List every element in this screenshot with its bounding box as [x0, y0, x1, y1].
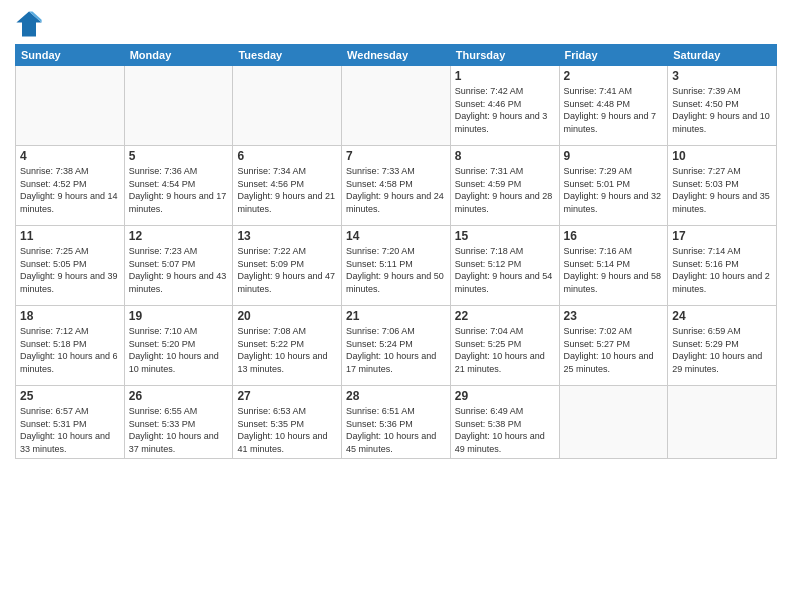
calendar-cell: 29Sunrise: 6:49 AMSunset: 5:38 PMDayligh…	[450, 386, 559, 459]
day-info: Sunrise: 7:02 AMSunset: 5:27 PMDaylight:…	[564, 325, 664, 375]
day-number: 13	[237, 229, 337, 243]
day-info: Sunrise: 7:06 AMSunset: 5:24 PMDaylight:…	[346, 325, 446, 375]
calendar-cell	[559, 386, 668, 459]
calendar-cell	[16, 66, 125, 146]
day-number: 24	[672, 309, 772, 323]
calendar-cell: 15Sunrise: 7:18 AMSunset: 5:12 PMDayligh…	[450, 226, 559, 306]
calendar-cell	[668, 386, 777, 459]
day-info: Sunrise: 7:23 AMSunset: 5:07 PMDaylight:…	[129, 245, 229, 295]
calendar-cell: 23Sunrise: 7:02 AMSunset: 5:27 PMDayligh…	[559, 306, 668, 386]
day-info: Sunrise: 7:25 AMSunset: 5:05 PMDaylight:…	[20, 245, 120, 295]
svg-marker-0	[16, 11, 41, 36]
day-info: Sunrise: 7:42 AMSunset: 4:46 PMDaylight:…	[455, 85, 555, 135]
day-number: 25	[20, 389, 120, 403]
logo-icon	[15, 10, 43, 38]
calendar-week-row: 4Sunrise: 7:38 AMSunset: 4:52 PMDaylight…	[16, 146, 777, 226]
calendar-cell: 6Sunrise: 7:34 AMSunset: 4:56 PMDaylight…	[233, 146, 342, 226]
day-number: 28	[346, 389, 446, 403]
calendar-cell: 26Sunrise: 6:55 AMSunset: 5:33 PMDayligh…	[124, 386, 233, 459]
day-info: Sunrise: 6:49 AMSunset: 5:38 PMDaylight:…	[455, 405, 555, 455]
day-info: Sunrise: 7:29 AMSunset: 5:01 PMDaylight:…	[564, 165, 664, 215]
calendar-cell: 24Sunrise: 6:59 AMSunset: 5:29 PMDayligh…	[668, 306, 777, 386]
calendar-cell: 2Sunrise: 7:41 AMSunset: 4:48 PMDaylight…	[559, 66, 668, 146]
day-info: Sunrise: 7:04 AMSunset: 5:25 PMDaylight:…	[455, 325, 555, 375]
day-info: Sunrise: 7:12 AMSunset: 5:18 PMDaylight:…	[20, 325, 120, 375]
day-number: 23	[564, 309, 664, 323]
calendar-day-header: Wednesday	[342, 45, 451, 66]
day-number: 1	[455, 69, 555, 83]
calendar-cell: 5Sunrise: 7:36 AMSunset: 4:54 PMDaylight…	[124, 146, 233, 226]
day-number: 17	[672, 229, 772, 243]
day-info: Sunrise: 6:55 AMSunset: 5:33 PMDaylight:…	[129, 405, 229, 455]
calendar-cell: 21Sunrise: 7:06 AMSunset: 5:24 PMDayligh…	[342, 306, 451, 386]
day-number: 12	[129, 229, 229, 243]
day-number: 5	[129, 149, 229, 163]
day-info: Sunrise: 7:34 AMSunset: 4:56 PMDaylight:…	[237, 165, 337, 215]
day-info: Sunrise: 7:20 AMSunset: 5:11 PMDaylight:…	[346, 245, 446, 295]
calendar-cell: 9Sunrise: 7:29 AMSunset: 5:01 PMDaylight…	[559, 146, 668, 226]
calendar-cell	[342, 66, 451, 146]
page: SundayMondayTuesdayWednesdayThursdayFrid…	[0, 0, 792, 612]
day-number: 4	[20, 149, 120, 163]
calendar-cell: 11Sunrise: 7:25 AMSunset: 5:05 PMDayligh…	[16, 226, 125, 306]
calendar-cell: 28Sunrise: 6:51 AMSunset: 5:36 PMDayligh…	[342, 386, 451, 459]
calendar-cell: 27Sunrise: 6:53 AMSunset: 5:35 PMDayligh…	[233, 386, 342, 459]
calendar-cell: 16Sunrise: 7:16 AMSunset: 5:14 PMDayligh…	[559, 226, 668, 306]
calendar-cell	[124, 66, 233, 146]
day-info: Sunrise: 7:22 AMSunset: 5:09 PMDaylight:…	[237, 245, 337, 295]
day-info: Sunrise: 7:10 AMSunset: 5:20 PMDaylight:…	[129, 325, 229, 375]
calendar-day-header: Thursday	[450, 45, 559, 66]
day-number: 15	[455, 229, 555, 243]
day-info: Sunrise: 6:57 AMSunset: 5:31 PMDaylight:…	[20, 405, 120, 455]
calendar-cell: 4Sunrise: 7:38 AMSunset: 4:52 PMDaylight…	[16, 146, 125, 226]
calendar-week-row: 1Sunrise: 7:42 AMSunset: 4:46 PMDaylight…	[16, 66, 777, 146]
logo	[15, 10, 47, 38]
calendar-table: SundayMondayTuesdayWednesdayThursdayFrid…	[15, 44, 777, 459]
calendar-cell: 14Sunrise: 7:20 AMSunset: 5:11 PMDayligh…	[342, 226, 451, 306]
day-info: Sunrise: 7:27 AMSunset: 5:03 PMDaylight:…	[672, 165, 772, 215]
calendar-cell: 19Sunrise: 7:10 AMSunset: 5:20 PMDayligh…	[124, 306, 233, 386]
calendar-cell: 7Sunrise: 7:33 AMSunset: 4:58 PMDaylight…	[342, 146, 451, 226]
calendar-week-row: 18Sunrise: 7:12 AMSunset: 5:18 PMDayligh…	[16, 306, 777, 386]
day-info: Sunrise: 6:51 AMSunset: 5:36 PMDaylight:…	[346, 405, 446, 455]
calendar-day-header: Monday	[124, 45, 233, 66]
calendar-cell: 20Sunrise: 7:08 AMSunset: 5:22 PMDayligh…	[233, 306, 342, 386]
header	[15, 10, 777, 38]
day-number: 11	[20, 229, 120, 243]
calendar-week-row: 25Sunrise: 6:57 AMSunset: 5:31 PMDayligh…	[16, 386, 777, 459]
day-number: 8	[455, 149, 555, 163]
calendar-week-row: 11Sunrise: 7:25 AMSunset: 5:05 PMDayligh…	[16, 226, 777, 306]
day-info: Sunrise: 7:31 AMSunset: 4:59 PMDaylight:…	[455, 165, 555, 215]
day-number: 6	[237, 149, 337, 163]
day-number: 3	[672, 69, 772, 83]
day-number: 26	[129, 389, 229, 403]
day-info: Sunrise: 7:38 AMSunset: 4:52 PMDaylight:…	[20, 165, 120, 215]
day-info: Sunrise: 7:18 AMSunset: 5:12 PMDaylight:…	[455, 245, 555, 295]
day-info: Sunrise: 7:39 AMSunset: 4:50 PMDaylight:…	[672, 85, 772, 135]
day-number: 19	[129, 309, 229, 323]
day-number: 9	[564, 149, 664, 163]
day-number: 20	[237, 309, 337, 323]
calendar-day-header: Saturday	[668, 45, 777, 66]
day-info: Sunrise: 6:53 AMSunset: 5:35 PMDaylight:…	[237, 405, 337, 455]
day-info: Sunrise: 7:16 AMSunset: 5:14 PMDaylight:…	[564, 245, 664, 295]
calendar-header-row: SundayMondayTuesdayWednesdayThursdayFrid…	[16, 45, 777, 66]
calendar-cell: 8Sunrise: 7:31 AMSunset: 4:59 PMDaylight…	[450, 146, 559, 226]
day-number: 18	[20, 309, 120, 323]
calendar-cell: 10Sunrise: 7:27 AMSunset: 5:03 PMDayligh…	[668, 146, 777, 226]
day-info: Sunrise: 7:33 AMSunset: 4:58 PMDaylight:…	[346, 165, 446, 215]
day-number: 21	[346, 309, 446, 323]
day-number: 27	[237, 389, 337, 403]
day-info: Sunrise: 7:14 AMSunset: 5:16 PMDaylight:…	[672, 245, 772, 295]
calendar-cell: 3Sunrise: 7:39 AMSunset: 4:50 PMDaylight…	[668, 66, 777, 146]
day-info: Sunrise: 7:36 AMSunset: 4:54 PMDaylight:…	[129, 165, 229, 215]
day-number: 29	[455, 389, 555, 403]
day-number: 10	[672, 149, 772, 163]
calendar-cell: 25Sunrise: 6:57 AMSunset: 5:31 PMDayligh…	[16, 386, 125, 459]
day-info: Sunrise: 7:41 AMSunset: 4:48 PMDaylight:…	[564, 85, 664, 135]
day-number: 14	[346, 229, 446, 243]
day-number: 2	[564, 69, 664, 83]
calendar-day-header: Friday	[559, 45, 668, 66]
day-number: 22	[455, 309, 555, 323]
day-number: 7	[346, 149, 446, 163]
